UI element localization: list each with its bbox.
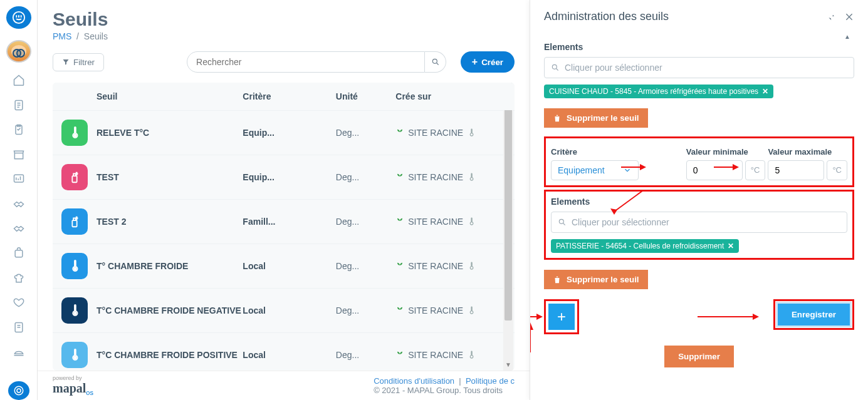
min-value-input[interactable]: [686, 160, 743, 180]
criteria-highlight-box: Critère Equipement Valeur minimale °C: [544, 136, 854, 187]
svg-rect-10: [72, 176, 76, 182]
delete-seuil-2-button[interactable]: Supprimer le seuil: [544, 270, 648, 289]
supprimer-button[interactable]: Supprimer: [664, 346, 734, 367]
pin-icon[interactable]: [825, 12, 835, 22]
therm-small-icon: [467, 173, 476, 182]
cell-critere: Local: [243, 350, 335, 360]
annotation-arrow: [530, 312, 544, 322]
cell-cree: SITE RACINE: [395, 305, 502, 315]
add-button[interactable]: +: [548, 304, 575, 330]
funnel-icon: [62, 58, 70, 66]
cell-unit: Deg...: [336, 305, 395, 315]
cell-seuil: T°C CHAMBRE FROIDE POSITIVE: [97, 350, 243, 360]
nav-sidebar: [0, 0, 38, 400]
cell-unit: Deg...: [336, 128, 395, 138]
svg-rect-3: [14, 175, 23, 182]
nav-active-icon[interactable]: [8, 381, 29, 400]
terms-link[interactable]: Conditions d'utilisation: [374, 376, 454, 386]
cell-cree: SITE RACINE: [395, 128, 502, 138]
min-unit: °C: [745, 160, 766, 180]
plus-icon: +: [472, 56, 478, 68]
save-button[interactable]: Enregistrer: [778, 304, 850, 326]
scrollbar-track[interactable]: ▼: [503, 83, 513, 371]
nav-clipboard-icon[interactable]: [11, 123, 26, 136]
nav-handshake-icon[interactable]: [11, 197, 26, 210]
nav-dash-icon[interactable]: [11, 172, 26, 185]
elements-search-2[interactable]: Cliquer pour sélectionner: [551, 212, 847, 233]
svg-rect-4: [15, 250, 23, 257]
crumb-leaf: Seuils: [84, 31, 108, 41]
nav-bag-icon[interactable]: [11, 247, 26, 260]
cell-unit: Deg...: [336, 350, 395, 360]
table-row[interactable]: RELEVE T°C Equip... Deg... SITE RACINE: [53, 110, 515, 155]
chevron-down-icon: [623, 166, 632, 175]
collapse-icon[interactable]: ▲: [844, 33, 850, 40]
remove-tag-icon[interactable]: ✕: [728, 242, 734, 250]
nav-handshake2-icon[interactable]: [11, 222, 26, 235]
element-tag-1: CUISINE CHAUD - 5845 - Armoires réfrigér…: [544, 85, 773, 98]
cell-unit: Deg...: [336, 217, 395, 227]
user-avatar[interactable]: [6, 40, 31, 63]
privacy-link[interactable]: Politique de c: [466, 376, 515, 386]
search-input[interactable]: [187, 51, 425, 73]
sprout-icon: [395, 173, 404, 182]
app-logo[interactable]: [6, 6, 31, 29]
sprout-icon: [395, 217, 404, 226]
cell-cree: SITE RACINE: [395, 217, 502, 227]
cell-critere: Famill...: [243, 217, 335, 227]
cell-critere: Equip...: [243, 172, 335, 182]
cell-cree: SITE RACINE: [395, 261, 502, 271]
page-title: Seuils: [53, 9, 515, 30]
annotation-arrow: [698, 312, 760, 322]
table-row[interactable]: T°C CHAMBRE FROIDE POSITIVE Local Deg...…: [53, 332, 515, 371]
nav-receipt-icon[interactable]: [11, 321, 26, 334]
svg-point-7: [17, 389, 21, 392]
nav-doc-icon[interactable]: [11, 98, 26, 111]
cell-seuil: TEST: [97, 172, 243, 182]
therm-small-icon: [467, 351, 476, 359]
save-highlight-box: Enregistrer: [773, 299, 854, 330]
trash-icon: [553, 275, 562, 284]
row-icon: [61, 297, 88, 324]
cell-seuil: T° CHAMBRE FROIDE: [97, 261, 243, 271]
remove-tag-icon[interactable]: ✕: [762, 87, 768, 96]
row-icon: [61, 253, 88, 279]
trash-icon: [553, 114, 562, 123]
crumb-root[interactable]: PMS: [53, 31, 71, 41]
footer-links: Conditions d'utilisation | Politique de …: [374, 376, 515, 395]
add-highlight-box: +: [544, 299, 579, 334]
nav-home-icon[interactable]: [11, 74, 26, 87]
search-icon: [558, 218, 567, 227]
search-icon: [431, 58, 440, 66]
search-button[interactable]: [425, 51, 446, 73]
annotation-arrow: [530, 322, 536, 354]
table-row[interactable]: TEST Equip... Deg... SITE RACINE: [53, 155, 515, 199]
cell-critere: Local: [243, 261, 335, 271]
nav-chef-icon[interactable]: [11, 271, 26, 284]
cell-critere: Local: [243, 305, 335, 315]
create-button[interactable]: + Créer: [461, 51, 515, 73]
nav-plate-icon[interactable]: [11, 345, 26, 358]
cell-critere: Equip...: [243, 128, 335, 138]
delete-seuil-1-button[interactable]: Supprimer le seuil: [544, 108, 648, 128]
row-icon: [61, 164, 88, 190]
close-icon[interactable]: [844, 12, 854, 22]
max-value-input[interactable]: [768, 160, 824, 180]
search-icon: [551, 63, 560, 72]
elements-search-1[interactable]: Cliquer pour sélectionner: [544, 57, 854, 78]
cell-cree: SITE RACINE: [395, 350, 502, 360]
sprout-icon: [395, 128, 404, 137]
nav-heart-icon[interactable]: [11, 295, 26, 309]
element-tag-2: PATISSERIE - 54654 - Cellules de refroid…: [551, 239, 739, 253]
table-row[interactable]: TEST 2 Famill... Deg... SITE RACINE: [53, 199, 515, 244]
critere-select[interactable]: Equipement: [551, 160, 639, 180]
svg-point-12: [74, 268, 76, 270]
table-row[interactable]: T°C CHAMBRE FROIDE NEGATIVE Local Deg...…: [53, 288, 515, 332]
therm-small-icon: [467, 306, 476, 315]
side-panel: Administration des seuils ▲ Elements Cli…: [530, 0, 868, 400]
svg-point-14: [74, 357, 76, 359]
table-row[interactable]: T° CHAMBRE FROIDE Local Deg... SITE RACI…: [53, 244, 515, 288]
nav-store-icon[interactable]: [11, 148, 26, 161]
filter-button[interactable]: Filtrer: [53, 53, 104, 71]
svg-rect-11: [72, 220, 76, 227]
